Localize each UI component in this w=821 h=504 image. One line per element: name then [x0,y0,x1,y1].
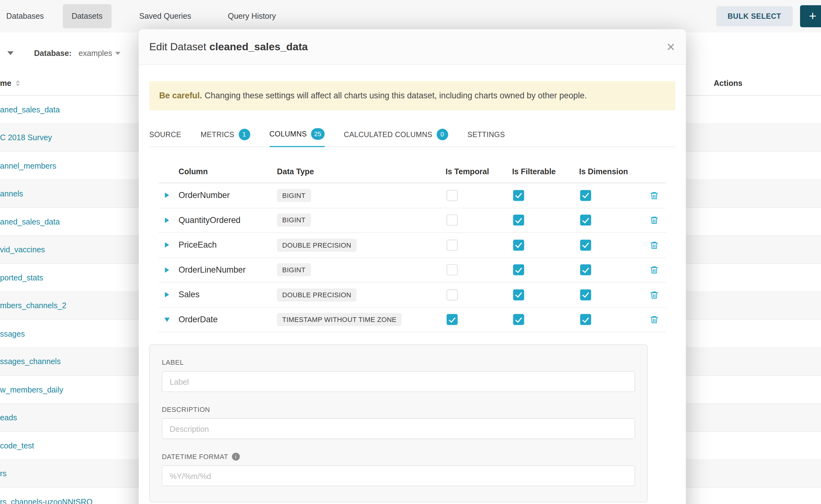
database-filter-value[interactable]: examples [78,49,112,57]
tab-calculated-columns[interactable]: CALCULATED COLUMNS 0 [344,123,448,146]
tab-label: COLUMNS [269,130,307,138]
warning-text: Changing these settings will affect all … [205,91,587,100]
expand-caret-icon[interactable] [165,218,169,223]
is-dimension-checkbox[interactable] [580,215,591,226]
is-filterable-checkbox[interactable] [513,289,524,300]
column-name: Sales [179,290,277,299]
add-dataset-button[interactable]: + [800,5,821,27]
collapse-caret-icon[interactable] [164,318,170,322]
tab-settings[interactable]: SETTINGS [468,123,505,146]
is-dimension-checkbox[interactable] [580,264,591,275]
column-name: QuantityOrdered [179,215,277,225]
info-icon[interactable]: i [232,453,240,461]
data-type-pill: BIGINT [277,189,311,202]
is-temporal-checkbox[interactable] [447,289,458,300]
is-temporal-header: Is Temporal [446,167,512,176]
dataset-link[interactable]: ssages_channels [0,357,61,366]
metrics-count-badge: 1 [238,128,250,140]
dataset-link[interactable]: aned_sales_data [0,105,60,114]
database-filter-caret-icon[interactable] [115,52,121,55]
expand-caret-icon[interactable] [165,267,169,273]
dataset-link[interactable]: eads [0,413,17,422]
top-nav: Databases Datasets Saved Queries Query H… [0,0,821,32]
is-dimension-header: Is Dimension [579,167,641,176]
expand-caret-icon[interactable] [165,292,169,298]
expanded-column-editor: LABEL DESCRIPTION DATETIME FORMAT i [149,344,648,502]
tab-label: SOURCE [149,130,181,138]
dataset-link[interactable]: mbers_channels_2 [0,301,66,310]
dataset-link[interactable]: annel_members [0,161,56,170]
column-row-orderlinenumber: OrderLineNumber BIGINT [159,258,666,283]
tab-label: METRICS [200,130,234,138]
dataset-link[interactable]: annels [0,189,23,198]
is-filterable-header: Is Filterable [512,167,579,176]
is-dimension-checkbox[interactable] [580,289,591,300]
is-filterable-checkbox[interactable] [513,215,524,226]
dataset-link[interactable]: vid_vaccines [0,245,45,254]
tab-metrics[interactable]: METRICS 1 [200,123,250,146]
is-filterable-checkbox[interactable] [513,190,524,201]
description-field-label-text: DESCRIPTION [162,406,210,413]
dataset-link[interactable]: ported_stats [0,273,43,282]
nav-item-query-history[interactable]: Query History [219,4,285,28]
delete-icon[interactable] [650,216,659,225]
is-filterable-checkbox[interactable] [513,264,524,275]
label-input[interactable] [162,371,635,392]
is-dimension-checkbox[interactable] [580,190,591,201]
is-temporal-checkbox[interactable] [447,264,458,275]
is-temporal-checkbox[interactable] [447,215,458,226]
nav-item-datasets[interactable]: Datasets [63,4,111,28]
name-header-label: me [0,78,11,87]
label-field-label-text: LABEL [162,358,184,366]
is-dimension-checkbox[interactable] [580,240,591,250]
modal-title-prefix: Edit Dataset [149,41,206,52]
description-input[interactable] [162,418,635,439]
dataset-link[interactable]: rs [0,469,7,478]
is-filterable-checkbox[interactable] [513,314,524,325]
column-name: OrderNumber [179,190,277,200]
column-row-priceeach: PriceEach DOUBLE PRECISION [159,233,666,258]
delete-icon[interactable] [650,191,659,200]
datetime-format-label-text: DATETIME FORMAT [162,453,228,461]
data-type-header: Data Type [277,167,446,176]
is-temporal-checkbox[interactable] [447,240,458,250]
delete-icon[interactable] [650,315,659,324]
sort-desc-icon [16,83,20,86]
name-column-header[interactable]: me [0,78,20,87]
bulk-select-button[interactable]: BULK SELECT [716,6,793,26]
is-temporal-checkbox[interactable] [447,190,458,201]
modal-tabs: SOURCE METRICS 1 COLUMNS 25 CALCULATED C… [149,123,675,147]
tab-label: SETTINGS [468,130,505,138]
dataset-link[interactable]: C 2018 Survey [0,133,52,142]
datetime-format-input[interactable] [162,465,635,486]
delete-icon[interactable] [650,265,659,274]
is-filterable-checkbox[interactable] [513,240,524,250]
dataset-link[interactable]: code_test [0,441,34,450]
expand-caret-icon[interactable] [165,193,169,198]
delete-icon[interactable] [650,241,659,250]
expand-caret-icon[interactable] [165,242,169,248]
modal-title: Edit Datasetcleaned_sales_data [149,41,308,53]
dataset-link[interactable]: w_members_daily [0,385,63,394]
warning-bold-text: Be careful. [159,91,202,100]
data-type-pill: TIMESTAMP WITHOUT TIME ZONE [277,313,402,326]
chevron-down-icon[interactable] [7,51,13,55]
column-row-orderdate: OrderDate TIMESTAMP WITHOUT TIME ZONE [159,308,666,333]
delete-icon[interactable] [650,290,659,299]
dataset-link[interactable]: aned_sales_data [0,217,60,226]
nav-item-databases[interactable]: Databases [6,4,44,28]
dataset-link[interactable]: rs_channels-uzooNNtSRO [0,497,92,504]
warning-banner: Be careful.Changing these settings will … [149,81,675,111]
is-temporal-checkbox[interactable] [447,314,458,325]
column-row-quantityordered: QuantityOrdered BIGINT [159,208,666,233]
datetime-format-field-label: DATETIME FORMAT i [162,453,635,461]
nav-item-saved-queries[interactable]: Saved Queries [130,4,200,28]
column-header: Column [179,167,277,176]
dataset-link[interactable]: ssages [0,329,25,338]
is-dimension-checkbox[interactable] [580,314,591,325]
tab-columns[interactable]: COLUMNS 25 [269,123,324,147]
sort-icons[interactable] [16,80,20,86]
tab-source[interactable]: SOURCE [149,123,181,146]
edit-dataset-modal: Edit Datasetcleaned_sales_data ✕ Be care… [139,29,686,504]
close-icon[interactable]: ✕ [666,41,676,52]
